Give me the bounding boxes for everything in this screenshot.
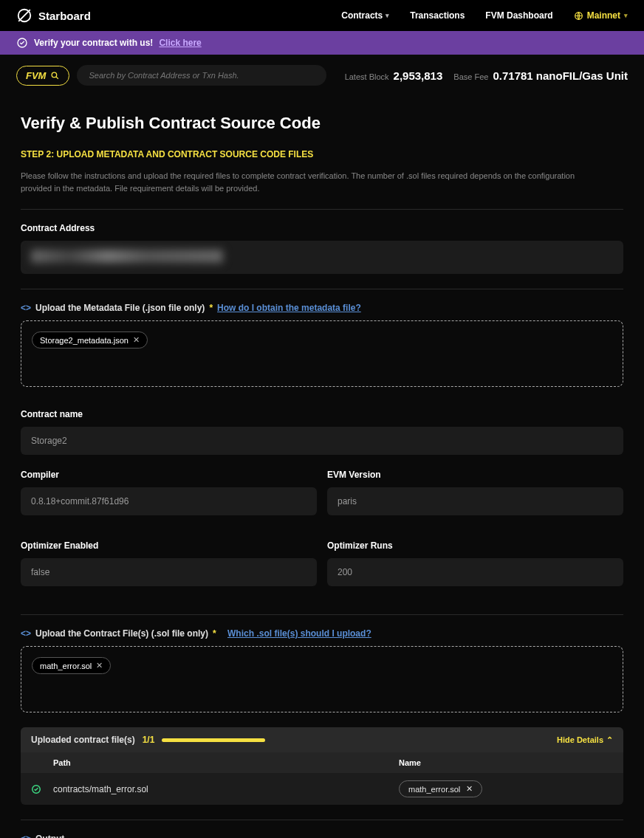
remove-metadata-chip[interactable]: ✕: [133, 335, 140, 345]
step-description: Please follow the instructions and uploa…: [21, 170, 604, 194]
contract-address-label: Contract Address: [21, 223, 623, 233]
metadata-chip: Storage2_metadata.json ✕: [32, 332, 148, 348]
optimizer-enabled-field: false: [21, 558, 317, 586]
contract-address-value: [31, 250, 223, 263]
divider: [21, 820, 623, 820]
metadata-label: Upload the Metadata File (.json file onl…: [35, 303, 205, 313]
check-circle-icon: [16, 37, 28, 49]
output-label-row: <> Output: [21, 834, 623, 838]
row-name-pill: math_error.sol ✕: [399, 780, 482, 797]
uploaded-table-head: Path Name: [21, 752, 623, 773]
col-path: Path: [53, 758, 399, 767]
uploaded-header: Uploaded contract file(s) 1/1 Hide Detai…: [21, 727, 623, 752]
app-header: Starboard Contracts ▾ Transactions FVM D…: [0, 0, 644, 31]
contracts-help-link[interactable]: Which .sol file(s) should I upload?: [227, 628, 371, 639]
remove-contract-chip[interactable]: ✕: [96, 661, 103, 670]
contract-name-label: Contract name: [21, 409, 623, 419]
search-wrap: FVM: [16, 65, 326, 86]
uploaded-label: Uploaded contract file(s): [31, 735, 135, 745]
hide-details-toggle[interactable]: Hide Details ⌃: [557, 735, 613, 745]
toolbar: FVM Latest Block 2,953,813 Base Fee 0.71…: [0, 55, 644, 96]
contract-chip: math_error.sol ✕: [32, 657, 111, 674]
evm-label: EVM Version: [327, 470, 623, 480]
optimizer-enabled-label: Optimizer Enabled: [21, 540, 317, 551]
banner-text: Verify your contract with us!: [34, 38, 153, 48]
nav-transactions[interactable]: Transactions: [410, 10, 465, 21]
optimizer-runs-field: 200: [327, 558, 623, 586]
brand[interactable]: Starboard: [16, 7, 91, 24]
code-icon: <>: [21, 628, 31, 639]
chain-stats: Latest Block 2,953,813 Base Fee 0.71781 …: [345, 69, 628, 82]
evm-field: paris: [327, 487, 623, 515]
uploaded-count: 1/1: [143, 735, 155, 745]
remove-uploaded-file[interactable]: ✕: [466, 784, 473, 794]
network-selector[interactable]: Mainnet ▾: [574, 10, 628, 21]
compiler-label: Compiler: [21, 470, 317, 480]
uploaded-panel: Uploaded contract file(s) 1/1 Hide Detai…: [21, 727, 623, 805]
contract-address-field: [21, 241, 623, 274]
step-label: STEP 2: UPLOAD METADATA AND CONTRACT SOU…: [21, 149, 623, 159]
contracts-label: Upload the Contract File(s) (.sol file o…: [35, 628, 208, 639]
verify-banner: Verify your contract with us! Click here: [0, 31, 644, 55]
uploaded-table-row: contracts/math_error.sol math_error.sol …: [21, 773, 623, 805]
contracts-label-row: <> Upload the Contract File(s) (.sol fil…: [21, 628, 623, 639]
upload-progress: [162, 738, 265, 742]
main-nav: Contracts ▾ Transactions FVM Dashboard M…: [341, 10, 628, 21]
metadata-dropzone[interactable]: Storage2_metadata.json ✕: [21, 320, 623, 387]
output-label: Output: [35, 834, 64, 838]
page-content: Verify & Publish Contract Source Code ST…: [0, 96, 644, 838]
code-icon: <>: [21, 834, 31, 838]
banner-link[interactable]: Click here: [159, 38, 201, 48]
row-path: contracts/math_error.sol: [53, 784, 399, 794]
base-fee-value: 0.71781 nanoFIL/Gas Unit: [493, 69, 628, 82]
latest-block-value: 2,953,813: [394, 69, 443, 82]
compiler-field: 0.8.18+commit.87f61d96: [21, 487, 317, 515]
metadata-help-link[interactable]: How do I obtain the metadata file?: [217, 303, 361, 313]
divider: [21, 289, 623, 289]
chevron-up-icon: ⌃: [606, 735, 613, 745]
globe-icon: [574, 11, 583, 21]
fvm-pill[interactable]: FVM: [16, 66, 69, 86]
contract-name-field: Storage2: [21, 427, 623, 455]
metadata-label-row: <> Upload the Metadata File (.json file …: [21, 303, 623, 313]
chevron-down-icon: ▾: [386, 12, 389, 19]
divider: [21, 614, 623, 615]
success-icon: [31, 784, 41, 794]
col-name: Name: [399, 758, 613, 767]
code-icon: <>: [21, 303, 31, 313]
search-icon: [50, 71, 60, 80]
svg-point-3: [52, 72, 58, 78]
latest-block-label: Latest Block: [345, 72, 389, 81]
nav-contracts[interactable]: Contracts ▾: [341, 10, 389, 21]
contracts-dropzone[interactable]: math_error.sol ✕: [21, 646, 623, 712]
chevron-down-icon: ▾: [624, 12, 628, 19]
base-fee-label: Base Fee: [453, 72, 488, 81]
nav-fvm-dashboard[interactable]: FVM Dashboard: [485, 10, 552, 21]
search-input[interactable]: [77, 65, 326, 86]
brand-name: Starboard: [38, 10, 91, 22]
page-title: Verify & Publish Contract Source Code: [21, 114, 623, 133]
optimizer-runs-label: Optimizer Runs: [327, 540, 623, 551]
divider: [21, 209, 623, 210]
brand-icon: [16, 7, 32, 24]
